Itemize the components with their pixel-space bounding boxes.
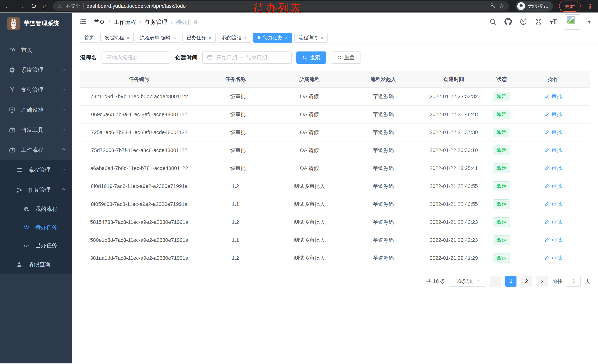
prev-page-button[interactable]: ‹ [490,276,501,287]
cell-starter: 芋道源码 [346,105,420,123]
pencil-icon [544,237,550,243]
pencil-icon [544,94,550,99]
cell-starter: 芋道源码 [346,249,420,267]
avatar-caret-icon[interactable]: ▾ [588,19,590,25]
breadcrumb-task-mgmt[interactable]: 任务管理 [145,18,167,26]
password-key-icon[interactable] [490,3,496,9]
cell-process: 测试多审批人 [272,177,346,195]
tab-process-detail[interactable]: 流程详情 × [294,33,328,43]
search-icon [302,55,307,60]
tab-todo-tasks[interactable]: 待办任务 × [253,33,292,43]
not-secure-label: 不安全 [65,3,80,9]
font-size-icon[interactable]: TT [550,18,557,26]
end-date-placeholder[interactable]: 结束日期 [246,54,267,61]
eye-closed-icon [22,242,30,249]
cell-actions: 审批 [516,141,590,159]
chevron-down-icon [61,87,66,93]
person-icon [15,261,23,267]
create-time-label: 创建时间 [175,54,198,61]
top-navbar: 首页 / 工作流程 / 任务管理 / 待办任务 [72,13,598,32]
sidebar-item-done-tasks[interactable]: 已办任务 [0,236,72,254]
breadcrumb-workflow[interactable]: 工作流程 [114,18,136,26]
browser-back-icon[interactable]: ← [5,3,11,9]
tab-done-tasks[interactable]: 已办任务 × [183,33,216,43]
cell-task-id: a6aba0a4-7b6d-11ec-b781-acde48001122 [80,159,199,177]
browser-forward-icon[interactable]: → [18,3,25,9]
next-page-button[interactable]: › [537,276,548,287]
fullscreen-icon[interactable] [535,18,542,26]
close-icon[interactable]: × [173,35,176,40]
cell-process: OA 请假 [272,87,346,105]
tab-start-process[interactable]: 发起流程 × [100,33,133,43]
cell-create-time: 2022-01-21 22:41:29 [420,249,487,267]
help-icon[interactable] [520,18,527,26]
chevron-down-icon [61,127,66,133]
search-button[interactable]: 搜索 [296,51,326,64]
sidebar-item-process-mgmt[interactable]: 流程管理 [0,160,72,180]
approve-link[interactable]: 审批 [544,201,562,208]
browser-chrome: ← → ↻ ⌂ ⚠ 不安全 dashboard.yudao.iocoder.cn… [0,0,598,13]
status-badge: 激活 [493,128,510,137]
approve-link[interactable]: 审批 [544,254,562,261]
close-icon[interactable]: × [321,35,323,40]
sidebar-item-devtools[interactable]: 研发工具 [0,120,72,140]
close-icon[interactable]: × [208,35,211,40]
goto-page-input[interactable] [567,276,581,287]
sidebar-item-my-process[interactable]: 我的流程 [0,200,72,218]
close-icon[interactable]: × [285,35,288,40]
approve-link[interactable]: 审批 [544,93,562,100]
sidebar-item-task-mgmt[interactable]: 任务管理 [0,180,72,200]
date-range-picker[interactable]: 开始日期 - 结束日期 [202,51,291,64]
col-task-name: 任务名称 [199,71,272,87]
tab-my-process[interactable]: 我的流程 × [218,33,251,43]
reset-button[interactable]: 重置 [331,51,360,64]
browser-home-icon[interactable]: ⌂ [43,3,47,9]
eye-icon [22,224,30,230]
tab-process-form-edit[interactable]: 流程表单-编辑 × [136,33,180,43]
avatar[interactable] [565,14,580,30]
browser-update-button[interactable]: 更新 [559,0,581,12]
sidebar-item-label: 研发工具 [21,126,43,134]
browser-menu-icon[interactable]: ⋮ [587,2,593,10]
dashboard-icon [8,47,16,53]
tab-home[interactable]: 首页 [80,33,98,43]
sidebar-item-workflow[interactable]: 工作流程 [0,140,72,160]
status-badge: 激活 [493,181,510,191]
search-icon[interactable] [489,18,497,26]
bookmark-star-icon[interactable]: ☆ [499,3,504,10]
col-starter: 流程发起人 [346,71,420,87]
breadcrumb-separator: / [140,19,141,25]
page-button-2[interactable]: 2 [521,276,532,287]
sidebar-item-label: 任务管理 [28,186,50,194]
cell-starter: 芋道源码 [346,159,420,177]
page-button-1[interactable]: 1 [505,276,516,287]
sidebar-logo[interactable]: 芋道管理系统 [0,13,72,34]
approve-link[interactable]: 审批 [544,236,562,243]
approve-link[interactable]: 审批 [544,129,562,136]
approve-link[interactable]: 审批 [544,111,562,118]
sidebar-item-home[interactable]: 首页 [0,40,72,60]
approve-link[interactable]: 审批 [544,218,562,226]
process-name-input[interactable] [101,51,170,64]
sidebar-collapse-icon[interactable] [80,18,87,26]
sidebar-item-leave-query[interactable]: 请假查询 [0,254,72,274]
cell-process: OA 请假 [272,159,346,177]
app-title: 芋道管理系统 [24,19,59,28]
github-icon[interactable] [505,18,512,26]
sidebar-item-payment[interactable]: ¥ 支付管理 [0,80,72,100]
close-icon[interactable]: × [126,35,129,40]
close-icon[interactable]: × [244,35,247,40]
page-size-select[interactable]: 10条/页 [450,276,485,287]
breadcrumb-home[interactable]: 首页 [94,18,105,26]
sidebar-item-infra[interactable]: 基础设施 [0,100,72,120]
start-date-placeholder[interactable]: 开始日期 [216,54,237,61]
table-header-row: 任务编号 任务名称 所属流程 流程发起人 创建时间 状态 操作 [80,71,590,87]
approve-link[interactable]: 审批 [544,165,562,172]
sidebar-item-system[interactable]: 系统管理 [0,60,72,80]
approve-link[interactable]: 审批 [544,147,562,154]
browser-reload-icon[interactable]: ↻ [31,3,36,9]
yen-icon: ¥ [8,86,16,94]
sidebar-item-todo-tasks[interactable]: 待办任务 [0,218,72,236]
approve-link[interactable]: 审批 [544,183,562,190]
cell-task-name: 1.1 [199,195,272,213]
